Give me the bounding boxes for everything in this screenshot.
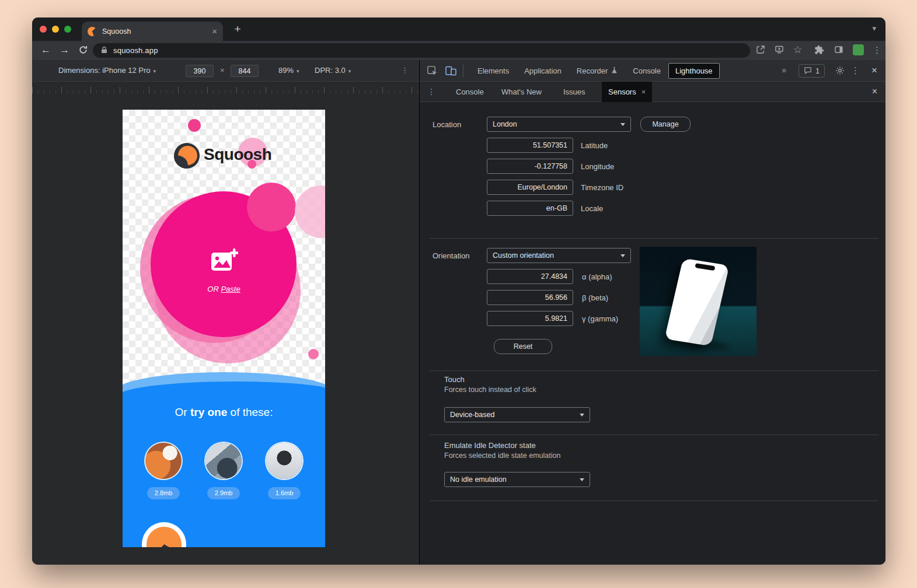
or-paste-label: OR Paste	[123, 285, 325, 293]
back-button[interactable]: ←	[41, 44, 51, 57]
bookmark-star-icon[interactable]: ☆	[793, 44, 802, 56]
phone-3d-model	[664, 258, 729, 346]
chevron-down-icon: ▾	[154, 68, 156, 74]
extensions-puzzle-icon[interactable]	[814, 45, 824, 57]
chevron-down-icon	[620, 254, 625, 257]
traffic-light-minimize[interactable]	[52, 26, 59, 33]
device-mode-ruler	[32, 82, 419, 93]
orientation-label: Orientation	[433, 251, 470, 260]
manage-button[interactable]: Manage	[640, 117, 691, 132]
address-bar[interactable]: squoosh.app	[93, 43, 750, 58]
tab-title: Squoosh	[102, 27, 212, 36]
viewport-width-input[interactable]	[186, 65, 214, 77]
image-upload-icon[interactable]	[210, 247, 238, 275]
console-messages-badge[interactable]: 1	[799, 64, 825, 78]
beta-label: β (beta)	[582, 293, 608, 302]
location-label: Location	[433, 120, 461, 129]
locale-input[interactable]	[487, 201, 573, 216]
viewport-height-input[interactable]	[231, 65, 259, 77]
url-text: squoosh.app	[113, 46, 158, 55]
badge-count: 1	[815, 67, 820, 75]
browser-toolbar: ← → squoosh.app ☆	[32, 41, 885, 60]
sample-image-dog[interactable]	[205, 443, 242, 479]
orientation-select[interactable]: Custom orientation	[487, 248, 631, 263]
desktop-background: Squoosh × + ▾ ← → squoosh.app	[0, 0, 917, 588]
new-tab-button[interactable]: +	[231, 22, 245, 36]
latitude-input[interactable]	[487, 138, 573, 153]
lock-icon	[101, 46, 107, 56]
dpr-selector[interactable]: DPR: 3.0▾	[315, 66, 351, 75]
sensors-panel: Location London Manage Latitude Longitud…	[420, 102, 885, 565]
device-toolbar-toggle-icon[interactable]	[445, 66, 456, 78]
install-app-icon[interactable]	[775, 45, 784, 57]
tab-console[interactable]: Console	[625, 66, 668, 75]
idle-description: Forces selected idle state emulation	[444, 452, 560, 460]
devtools-menu-icon[interactable]: ⋮	[851, 65, 860, 76]
tab-application[interactable]: Application	[517, 66, 569, 75]
timezone-input[interactable]	[487, 180, 573, 195]
more-tabs-icon[interactable]: »	[782, 65, 786, 75]
longitude-input[interactable]	[487, 159, 573, 174]
side-panel-icon[interactable]	[834, 45, 843, 57]
devtools-tabs: Elements Application Recorder Console Li…	[470, 60, 720, 82]
tab-close-icon[interactable]: ×	[212, 26, 217, 36]
chevron-down-icon	[620, 123, 625, 126]
location-select[interactable]: London	[487, 117, 631, 132]
devtools-panel: Elements Application Recorder Console Li…	[419, 60, 885, 565]
section-divider	[430, 370, 878, 371]
browser-tab[interactable]: Squoosh ×	[82, 22, 223, 41]
drawer-menu-icon[interactable]: ⋮	[427, 87, 435, 96]
devtools-drawer-toolbar: ⋮ Console What's New Issues Sensors × ×	[420, 82, 885, 102]
device-mode-toolbar: Dimensions: iPhone 12 Pro▾ × 89%▾ DPR: 3…	[32, 60, 419, 82]
tab-recorder[interactable]: Recorder	[569, 66, 625, 75]
chevron-down-icon: ▾	[297, 68, 299, 74]
settings-gear-icon[interactable]	[835, 66, 845, 78]
phone-notch	[695, 263, 715, 271]
open-in-new-icon[interactable]	[756, 45, 765, 57]
inspect-element-icon[interactable]	[427, 65, 438, 79]
sensors-tab-label: Sensors	[608, 88, 636, 96]
sensors-tab-close-icon[interactable]: ×	[641, 88, 646, 96]
idle-select[interactable]: No idle emulation	[444, 472, 590, 487]
zoom-selector[interactable]: 89%▾	[278, 66, 299, 75]
or-text: OR	[207, 285, 221, 293]
dimensions-times-label: ×	[220, 66, 225, 75]
drawer-close-icon[interactable]: ×	[872, 86, 877, 97]
alpha-input[interactable]	[487, 269, 573, 284]
tab-search-chevron-icon[interactable]: ▾	[872, 24, 876, 33]
alpha-label: α (alpha)	[582, 272, 612, 281]
beta-input[interactable]	[487, 290, 573, 305]
devtools-close-icon[interactable]: ×	[871, 65, 877, 76]
gamma-input[interactable]	[487, 311, 573, 326]
sample-image-phone[interactable]	[266, 443, 302, 479]
browser-window: Squoosh × + ▾ ← → squoosh.app	[32, 18, 885, 565]
reload-button[interactable]	[78, 45, 88, 57]
traffic-light-close[interactable]	[40, 26, 47, 33]
drawer-tab-issues[interactable]: Issues	[563, 88, 585, 96]
device-toolbar-menu-icon[interactable]: ⋮	[401, 66, 409, 75]
sample-image-panda[interactable]	[145, 443, 182, 479]
forward-button[interactable]: →	[60, 44, 69, 57]
drawer-tab-whats-new[interactable]: What's New	[501, 88, 542, 96]
samples-heading: Or try one of these:	[123, 406, 325, 419]
reset-button[interactable]: Reset	[494, 339, 552, 354]
paste-link[interactable]: Paste	[221, 285, 240, 293]
drawer-tab-sensors[interactable]: Sensors ×	[602, 82, 652, 102]
drawer-tab-console[interactable]: Console	[456, 88, 484, 96]
chevron-down-icon: ▾	[348, 68, 351, 74]
devtools-main-toolbar: Elements Application Recorder Console Li…	[420, 60, 885, 82]
traffic-light-zoom[interactable]	[64, 26, 71, 33]
profile-avatar[interactable]	[853, 44, 864, 55]
squoosh-logo-icon	[174, 143, 200, 169]
pink-dot	[188, 119, 201, 132]
orientation-preview[interactable]	[640, 247, 756, 356]
pink-blob-circle	[247, 183, 296, 232]
experiment-flask-icon	[611, 66, 618, 75]
tab-lighthouse[interactable]: Lighthouse	[668, 63, 720, 79]
device-selector[interactable]: Dimensions: iPhone 12 Pro▾	[58, 66, 156, 75]
chat-bubble-icon	[804, 66, 812, 76]
touch-select[interactable]: Device-based	[444, 407, 590, 422]
tab-elements[interactable]: Elements	[470, 66, 517, 75]
sample-size-badge: 2.9mb	[207, 487, 240, 499]
browser-menu-icon[interactable]: ⋮	[873, 45, 881, 55]
